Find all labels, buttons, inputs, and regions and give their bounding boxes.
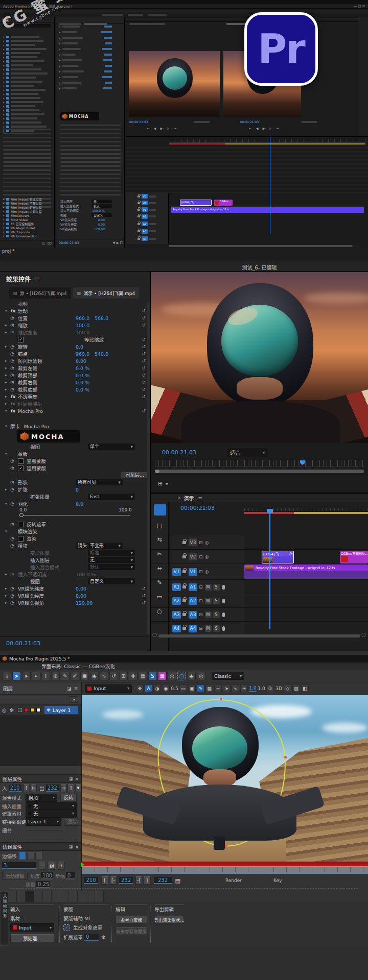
source-badge[interactable]: V1 — [172, 568, 181, 576]
module-tab[interactable] — [52, 891, 60, 902]
checkbox[interactable]: ✓ — [18, 465, 24, 471]
ec-mini-row[interactable]: ▸ — [56, 68, 124, 74]
slider-knob[interactable] — [19, 513, 24, 517]
link-track-dropdown[interactable]: Layer 1 — [26, 818, 61, 826]
current-frame-field[interactable]: 232 — [154, 877, 172, 884]
effects-tree-item[interactable]: ▸Film Impact 公司过渡 — [0, 209, 55, 213]
eye-icon[interactable]: ◎ — [2, 707, 7, 713]
edge-mode-button[interactable] — [35, 852, 42, 860]
scroll-handles[interactable]: ◦ ◦ — [354, 244, 359, 248]
viewer-icon[interactable]: ❖ — [136, 684, 144, 692]
ec-property-row[interactable]: 扩张质量Fast — [0, 493, 150, 500]
dropdown[interactable]: 镜头: 不变形 — [76, 543, 123, 549]
clip-dropdown[interactable]: Input — [85, 684, 132, 693]
sync-icon[interactable]: ⊟ — [199, 626, 203, 631]
viewer-icon[interactable]: 3D — [275, 684, 283, 692]
viewer-icon[interactable]: ◑ — [153, 684, 161, 692]
module-tab[interactable] — [26, 891, 34, 902]
layers-menu-dropdown[interactable]: ▾ — [69, 696, 79, 703]
toolbar-icon[interactable]: ▦ — [158, 672, 167, 680]
viewer-icon[interactable]: 1.0 — [258, 684, 265, 692]
frame-ruler[interactable] — [82, 866, 368, 872]
toolbar-icon[interactable]: ▦ — [139, 672, 147, 680]
reset-icon[interactable]: ↺ — [142, 380, 146, 385]
dropdown[interactable]: 无 — [88, 557, 135, 563]
track-badge[interactable]: V2 — [189, 553, 197, 560]
toolbar-icon[interactable]: ◉ — [187, 672, 196, 680]
red-swatch[interactable] — [24, 708, 28, 712]
effects-tree-row[interactable]: ▸ — [0, 88, 54, 92]
effects-tree-row[interactable]: ▸ — [0, 120, 54, 125]
ec-property-row[interactable]: ▾蒙版 — [0, 450, 150, 457]
edge-mode-button[interactable] — [19, 852, 26, 860]
playhead-mini[interactable] — [270, 137, 270, 234]
mute-button[interactable]: M — [205, 625, 212, 632]
goto-out-button[interactable]: -] — [135, 876, 142, 885]
lock-icon[interactable] — [137, 195, 140, 198]
toolbar-icon[interactable]: ➤ — [12, 672, 21, 680]
audio-track-head[interactable]: A3 — [126, 228, 168, 235]
ec-mini-row[interactable]: ▸ — [56, 35, 124, 40]
filmstrip-icon[interactable]: ▤ — [175, 877, 180, 884]
chevron-down-icon[interactable]: ▾ — [166, 481, 168, 486]
slider-track[interactable] — [20, 515, 130, 516]
goto-in-button[interactable]: ⊢ — [31, 784, 37, 792]
reset-icon[interactable]: ↺ — [142, 387, 146, 392]
export-render-shape-button[interactable]: 导出渲染形状... — [154, 916, 184, 924]
scroll-handle-right[interactable]: ◯ — [361, 632, 366, 637]
ec-mini-row[interactable]: ▸ — [56, 57, 124, 63]
ec-mini-row[interactable]: ▸ — [56, 52, 124, 57]
ec-property-row[interactable]: ▸◔裁剪左侧0.0 %↺ — [0, 364, 150, 372]
ec-property-row[interactable]: ▸◔防闪烁滤镜0.00↺ — [0, 357, 150, 364]
source-badge[interactable]: A4 — [172, 625, 181, 632]
ec-mini-prop-row[interactable]: 插入图层无 — [56, 199, 125, 204]
sync-icon[interactable]: ⊟ — [199, 612, 203, 617]
ec-property-row[interactable]: ✓等比缩放↺ — [0, 336, 150, 343]
program-transport-icons[interactable]: ⇤ ◀ ▶ ▷ ⇥ — [249, 127, 280, 131]
track-badge[interactable]: V3 — [189, 538, 197, 546]
toolbar-icon[interactable]: ◎ — [168, 672, 176, 680]
ec-property-row[interactable]: ◔✓运用蒙版 — [0, 464, 150, 472]
minus-button[interactable]: - — [39, 862, 46, 870]
video-track-head[interactable]: V2 — [126, 200, 168, 206]
effects-tree-row[interactable]: ▸ — [0, 125, 54, 129]
effects-tree-row[interactable]: ▸ — [0, 35, 54, 39]
reset-icon[interactable]: ↺ — [142, 337, 146, 342]
mic-icon[interactable] — [222, 626, 225, 631]
effects-tree-row[interactable]: ▸ — [0, 100, 54, 104]
ec-property-row[interactable]: ◔锚点960.0540.0↺ — [0, 350, 150, 357]
effects-tree-row[interactable]: ▸ — [0, 96, 54, 100]
mute-button[interactable]: M — [205, 598, 212, 604]
more-button[interactable]: ▼ — [75, 784, 81, 792]
toolbar-icon[interactable]: S — [148, 672, 157, 680]
solo-button[interactable]: S — [213, 598, 220, 604]
effects-tree-item[interactable]: ▸RG Magic Bullet — [0, 226, 55, 230]
module-tab[interactable] — [17, 891, 26, 902]
blend-mode-dropdown[interactable]: 相加 — [26, 794, 57, 802]
tab-close-icon[interactable]: × — [177, 495, 181, 500]
viewer-icon[interactable]: ⌐ — [214, 684, 222, 692]
settings-grid-icon[interactable]: ⊞ — [158, 480, 163, 487]
toolbar-icon[interactable]: ✎ — [61, 672, 70, 680]
reset-icon[interactable]: ↺ — [142, 365, 146, 371]
effects-tree-row[interactable]: ▸ — [0, 108, 54, 112]
clip-h264[interactable]: [H264] 飞...fx — [262, 551, 294, 564]
dropdown[interactable]: 默认 — [88, 564, 135, 570]
out-point-field[interactable]: 232 — [46, 785, 59, 792]
clip-cgbee[interactable]: CGBee方圆形标... — [340, 551, 368, 564]
viewer-icon[interactable]: ✎ — [197, 684, 204, 692]
yellow-swatch[interactable] — [30, 708, 34, 712]
mute-button[interactable]: M — [205, 611, 212, 618]
toolbar-icon[interactable]: ⊞ — [119, 672, 128, 680]
dropdown[interactable]: 单个 — [88, 444, 135, 450]
toolbar-icon[interactable]: ∿ — [100, 672, 108, 680]
ec-mini-prop-row[interactable]: VR镜头视角120.00 — [56, 227, 125, 231]
spline-point[interactable] — [157, 766, 160, 769]
insert-clip-dropdown[interactable]: 无 — [26, 802, 77, 810]
mic-icon[interactable] — [222, 599, 225, 603]
effects-tree-row[interactable]: ▸ — [0, 67, 54, 71]
effects-tree-item[interactable]: ▸FE 自定控制组件 — [0, 222, 55, 226]
sync-icon[interactable]: ⊟ — [199, 554, 203, 559]
lock-icon[interactable] — [182, 541, 186, 544]
checkbox[interactable] — [18, 458, 24, 464]
